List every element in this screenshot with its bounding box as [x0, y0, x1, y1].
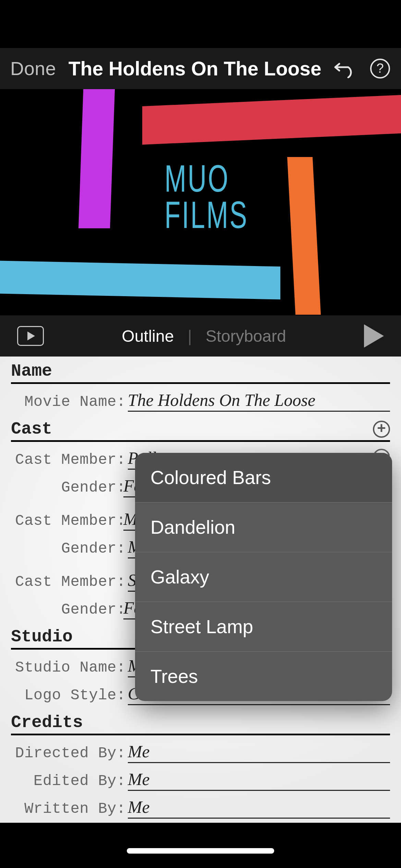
home-indicator-area [0, 834, 401, 868]
popup-option-street-lamp[interactable]: Street Lamp [135, 602, 392, 651]
record-button[interactable] [17, 326, 44, 346]
written-by-field[interactable]: Me [128, 797, 150, 817]
popup-option-dandelion[interactable]: Dandelion [135, 503, 392, 552]
edited-by-label: Edited By: [15, 772, 126, 789]
nav-bar: Done The Holdens On The Loose ? [0, 48, 401, 89]
tab-separator: | [187, 327, 192, 346]
logo-style-label: Logo Style: [15, 687, 126, 704]
directed-by-field[interactable]: Me [128, 742, 150, 761]
gender-label: Gender: [15, 540, 126, 557]
studio-logo-text: MUOFILMS [165, 160, 248, 233]
directed-by-label: Directed By: [15, 745, 126, 762]
video-preview[interactable]: MUOFILMS [0, 89, 401, 315]
cast-member-label: Cast Member: [15, 512, 121, 529]
add-cast-button[interactable]: + [373, 421, 390, 438]
cast-member-label: Cast Member: [15, 573, 126, 590]
svg-text:?: ? [376, 61, 384, 75]
decoration-bar [78, 89, 115, 228]
popup-option-coloured-bars[interactable]: Coloured Bars [135, 453, 392, 502]
undo-icon[interactable] [334, 59, 356, 78]
cast-member-label: Cast Member: [15, 451, 126, 468]
movie-name-label: Movie Name: [15, 393, 126, 410]
help-icon[interactable]: ? [369, 58, 391, 79]
popup-option-galaxy[interactable]: Galaxy [135, 552, 392, 602]
edited-by-field[interactable]: Me [128, 770, 150, 789]
status-bar [0, 0, 401, 48]
section-credits: Credits [11, 711, 390, 735]
movie-name-row: Movie Name: The Holdens On The Loose [11, 384, 390, 412]
control-bar: Outline | Storyboard [0, 315, 401, 357]
tab-storyboard[interactable]: Storyboard [206, 327, 286, 346]
home-indicator[interactable] [127, 848, 274, 854]
decoration-bar [0, 261, 280, 300]
written-by-label: Written By: [15, 800, 126, 817]
tab-outline[interactable]: Outline [122, 327, 174, 346]
play-button[interactable] [364, 324, 384, 348]
studio-name-label: Studio Name: [15, 659, 126, 676]
decoration-bar [287, 157, 321, 315]
nav-title: The Holdens On The Loose [56, 57, 334, 80]
gender-label: Gender: [15, 601, 121, 618]
logo-style-popup: Coloured Bars Dandelion Galaxy Street La… [135, 453, 392, 701]
gender-label: Gender: [15, 479, 121, 496]
section-name: Name [11, 359, 390, 384]
decoration-bar [142, 95, 401, 145]
section-cast: Cast + [11, 417, 390, 442]
play-icon [27, 331, 35, 340]
movie-name-field[interactable]: The Holdens On The Loose [128, 390, 315, 410]
popup-option-trees[interactable]: Trees [135, 652, 392, 701]
done-button[interactable]: Done [10, 58, 56, 80]
